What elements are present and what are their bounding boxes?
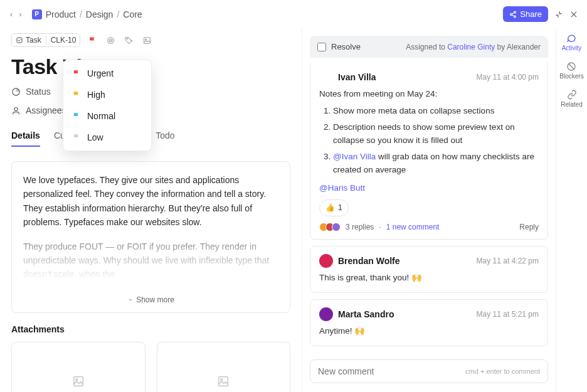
task-badge[interactable]: Task CLK-10: [11, 33, 80, 47]
close-icon[interactable]: [569, 10, 578, 19]
flag-icon: [72, 112, 81, 120]
svg-point-10: [110, 40, 111, 40]
task-id: CLK-10: [51, 36, 77, 45]
priority-label: Urgent: [87, 68, 114, 78]
svg-point-1: [510, 13, 512, 15]
crumb-0[interactable]: Product: [46, 9, 76, 19]
project-icon: P: [32, 9, 42, 19]
comment-intro: Notes from meeting on May 24:: [319, 88, 539, 101]
comment-composer[interactable]: cmd + enter to comment: [310, 359, 548, 383]
composer-hint: cmd + enter to comment: [465, 368, 540, 375]
resolve-label: Resolve: [331, 42, 361, 51]
reaction-button[interactable]: 👍 1: [319, 199, 349, 216]
flag-icon: [72, 90, 81, 99]
assigned-text: Assigned to Caroline Ginty by Alexander: [406, 43, 541, 51]
comment-card: Ivan Villa May 11 at 4:00 pm Notes from …: [310, 63, 548, 240]
svg-rect-16: [73, 377, 83, 386]
svg-line-4: [512, 14, 514, 16]
comment-time: May 11 at 4:00 pm: [477, 73, 539, 82]
comment-card: Marta Sandro May 11 at 5:21 pm Anytime! …: [310, 299, 548, 346]
svg-point-15: [14, 107, 18, 110]
svg-point-17: [76, 379, 78, 381]
svg-rect-18: [219, 377, 228, 386]
rail-activity[interactable]: Activity: [562, 33, 582, 51]
priority-label: High: [87, 90, 105, 100]
collapse-icon[interactable]: [554, 10, 563, 19]
share-button[interactable]: Share: [503, 6, 548, 22]
rail-label: Blockers: [559, 73, 583, 80]
mention[interactable]: @Haris Butt: [319, 183, 365, 193]
comment-author: Brendan Wolfe: [338, 256, 400, 266]
priority-flag-icon[interactable]: [88, 36, 97, 45]
crumb-sep: /: [80, 9, 82, 19]
crumb-1[interactable]: Design: [86, 9, 114, 19]
svg-rect-12: [144, 37, 151, 43]
svg-point-13: [145, 38, 147, 40]
svg-point-19: [221, 379, 223, 381]
tag-icon[interactable]: [124, 36, 134, 45]
priority-option-low[interactable]: Low: [63, 127, 151, 148]
breadcrumb: P Product / Design / Core: [32, 9, 142, 19]
svg-line-21: [569, 64, 574, 69]
attachment-slot[interactable]: [11, 342, 145, 392]
priority-option-normal[interactable]: Normal: [63, 105, 151, 127]
resolve-checkbox[interactable]: [317, 43, 326, 51]
comment-author: Marta Sandro: [338, 309, 394, 319]
nav-forward[interactable]: ›: [18, 8, 23, 20]
crumb-2[interactable]: Core: [123, 9, 142, 19]
tab-todo[interactable]: Todo: [156, 130, 174, 147]
reaction-count: 1: [338, 202, 342, 214]
avatar: [319, 254, 333, 268]
svg-point-9: [109, 39, 112, 42]
svg-point-0: [514, 11, 516, 13]
resolve-bar: Resolve Assigned to Caroline Ginty by Al…: [310, 36, 548, 58]
tab-details[interactable]: Details: [11, 130, 40, 147]
flag-icon: [72, 133, 81, 142]
svg-point-8: [108, 37, 114, 43]
status-label: Status: [26, 87, 51, 97]
share-label: Share: [520, 9, 542, 19]
image-icon[interactable]: [142, 36, 152, 45]
rail-related[interactable]: Related: [561, 90, 582, 108]
priority-label: Normal: [87, 111, 115, 121]
assignees-label: Assignees: [26, 105, 66, 115]
comment-text: Anytime! 🙌: [319, 325, 539, 338]
mention[interactable]: @Ivan Villa: [333, 152, 376, 161]
comment-card: Brendan Wolfe May 11 at 4:22 pm This is …: [310, 246, 548, 293]
avatar: [319, 70, 333, 84]
reply-avatars: [319, 223, 341, 231]
reply-button[interactable]: Reply: [519, 223, 539, 231]
show-more-label: Show more: [136, 294, 174, 306]
rail-blockers[interactable]: Blockers: [559, 61, 583, 80]
attachment-slot[interactable]: [157, 342, 291, 392]
priority-label: Low: [87, 132, 103, 142]
priority-option-urgent[interactable]: Urgent: [63, 63, 151, 84]
comment-input[interactable]: [318, 366, 465, 376]
list-item: @Ivan Villa will grab data on how many c…: [333, 151, 539, 177]
svg-point-11: [127, 38, 128, 39]
comment-text: This is great, thank you! 🙌: [319, 272, 539, 285]
priority-dropdown: Urgent High Normal Low: [63, 60, 152, 151]
thumbs-up-icon: 👍: [325, 202, 335, 214]
attachments-heading: Attachments: [11, 324, 290, 334]
list-item: Description needs to show some preview t…: [333, 121, 539, 147]
svg-rect-7: [17, 38, 22, 43]
target-icon[interactable]: [106, 36, 115, 45]
description-card: We love typefaces. They give our sites a…: [11, 161, 290, 313]
comment-time: May 11 at 4:22 pm: [477, 257, 539, 265]
priority-option-high[interactable]: High: [63, 84, 151, 105]
show-more-button[interactable]: Show more: [23, 292, 278, 306]
desc-p1: We love typefaces. They give our sites a…: [23, 173, 278, 230]
crumb-sep: /: [117, 9, 119, 19]
svg-line-3: [512, 13, 514, 14]
rail-label: Activity: [562, 45, 582, 51]
flag-icon: [72, 69, 81, 78]
comment-author: Ivan Villa: [338, 72, 376, 82]
nav-back[interactable]: ‹: [9, 8, 14, 20]
new-comment-badge[interactable]: 1 new comment: [386, 223, 440, 231]
rail-label: Related: [561, 101, 582, 108]
avatar: [319, 307, 333, 321]
desc-p2: They produce FOUT — or FOIT if you prefe…: [23, 240, 278, 282]
assignee-link[interactable]: Caroline Ginty: [447, 43, 495, 51]
replies-count[interactable]: 3 replies: [346, 223, 374, 231]
